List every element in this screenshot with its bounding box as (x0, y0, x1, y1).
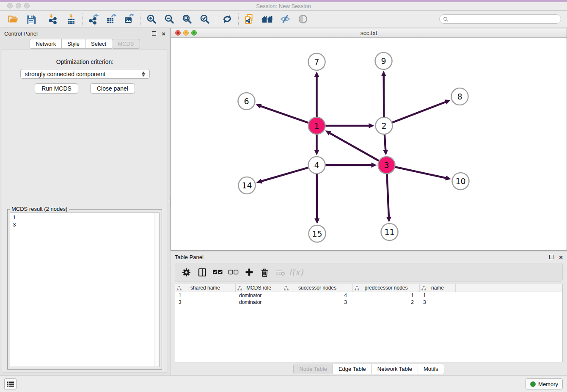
graph-node-11[interactable]: 11 (381, 224, 398, 240)
network-minimize-button[interactable]: − (183, 30, 189, 36)
create-column-button[interactable] (241, 268, 257, 276)
cell-shared-name[interactable]: 1 (175, 293, 236, 298)
graph-edge-4-15[interactable] (317, 173, 317, 219)
column-header-predecessor-nodes[interactable]: predecessor nodes (353, 284, 420, 292)
show-columns-button[interactable] (194, 268, 210, 277)
panel-splitter-handle[interactable] (169, 198, 171, 205)
graph-node-8[interactable]: 8 (451, 88, 468, 105)
tab-edge-table[interactable]: Edge Table (333, 364, 372, 374)
table-panel-title: Table Panel (175, 254, 204, 260)
memory-button[interactable]: Memory (526, 378, 563, 389)
open-session-button[interactable] (4, 11, 22, 27)
cell-name[interactable]: 3 (420, 299, 456, 305)
network-window-titlebar[interactable]: × − + scc.txt (171, 28, 567, 38)
graph-edge-3-11[interactable] (387, 173, 389, 218)
network-close-button[interactable]: × (175, 30, 181, 36)
close-panel-icon[interactable]: × (162, 30, 165, 37)
toolbar-separator (238, 13, 239, 25)
network-maximize-button[interactable]: + (191, 30, 197, 36)
graph-node-14[interactable]: 14 (239, 177, 256, 194)
graph-edge-3-10[interactable] (394, 167, 446, 178)
column-header-successor-nodes[interactable]: successor nodes (282, 284, 353, 292)
graph-edge-3-1[interactable] (329, 133, 380, 161)
graph-node-15[interactable]: 15 (309, 225, 326, 242)
column-header-mcds-role[interactable]: MCDS role (236, 284, 282, 292)
criterion-select[interactable]: strongly connected component (20, 69, 150, 79)
cell-successor-nodes[interactable]: 4 (282, 293, 353, 298)
graph-node-4[interactable]: 4 (308, 157, 325, 174)
deselect-all-button[interactable] (226, 269, 241, 275)
cell-name[interactable]: 1 (420, 293, 456, 298)
import-network-file-button[interactable] (44, 11, 62, 27)
import-table-file-button[interactable] (62, 11, 80, 27)
search-box[interactable] (439, 14, 561, 24)
fit-content-icon (182, 14, 193, 25)
fit-content-button[interactable] (178, 11, 196, 27)
export-table-icon (106, 14, 117, 25)
search-input[interactable] (451, 16, 557, 22)
show-all-button[interactable] (294, 11, 312, 27)
first-neighbors-button[interactable] (259, 11, 276, 27)
float-table-panel-icon[interactable] (549, 255, 553, 259)
function-builder-button[interactable]: f(x) (288, 267, 304, 277)
export-image-button[interactable] (120, 11, 138, 27)
cell-mcds-role[interactable]: dominator (236, 299, 282, 305)
zoom-selected-button[interactable] (196, 11, 214, 27)
task-history-button[interactable] (4, 378, 17, 389)
column-header-name[interactable]: name (420, 284, 456, 292)
tab-node-table[interactable]: Node Table (294, 364, 333, 374)
apply-preferred-layout-button[interactable] (218, 11, 236, 27)
select-all-button[interactable] (210, 269, 226, 275)
tab-style[interactable]: Style (61, 39, 85, 49)
cell-shared-name[interactable]: 3 (175, 299, 236, 305)
mcds-panel: Optimization criterion: strongly connect… (2, 50, 168, 373)
tab-select[interactable]: Select (85, 39, 112, 49)
tab-motifs[interactable]: Motifs (418, 364, 444, 374)
close-panel-button[interactable]: Close panel (90, 83, 135, 94)
tab-mcds[interactable]: MCDS (112, 39, 140, 49)
graph-node-7[interactable]: 7 (308, 53, 325, 70)
tab-network-table[interactable]: Network Table (372, 364, 418, 374)
graph-node-3[interactable]: 3 (378, 157, 395, 174)
tab-network[interactable]: Network (30, 39, 62, 49)
clone-network-button[interactable] (241, 11, 259, 27)
table-row[interactable]: 3dominator323 (175, 299, 562, 306)
export-table-button[interactable] (102, 11, 120, 27)
graph-edge-2-3[interactable] (385, 134, 386, 151)
delete-columns-button[interactable] (257, 268, 272, 277)
graph-edge-1-6[interactable] (260, 106, 309, 123)
column-settings-button[interactable] (179, 268, 194, 277)
mcds-result-title: MCDS result (2 nodes) (10, 206, 69, 212)
save-session-button[interactable] (22, 11, 40, 27)
result-scrollbar[interactable] (154, 213, 159, 367)
attribute-icon (421, 286, 426, 290)
export-network-button[interactable] (85, 11, 102, 27)
houses-icon (261, 14, 274, 24)
graph-edge-4-14[interactable] (261, 167, 309, 181)
float-panel-icon[interactable] (152, 31, 156, 36)
column-header-shared-name[interactable]: shared name (175, 284, 236, 292)
zoom-out-button[interactable] (160, 11, 178, 27)
delete-table-button[interactable] (272, 268, 288, 276)
hide-selected-button[interactable] (276, 11, 294, 27)
graph-node-2[interactable]: 2 (376, 117, 393, 134)
graph-node-9[interactable]: 9 (375, 52, 392, 69)
graph-node-10[interactable]: 10 (452, 173, 469, 190)
graph-node-6[interactable]: 6 (238, 93, 255, 110)
table-row[interactable]: 1dominator411 (175, 292, 562, 299)
run-mcds-button[interactable]: Run MCDS (35, 83, 78, 94)
network-graph[interactable]: 7968124314101511 (171, 38, 567, 250)
zoom-in-button[interactable] (143, 11, 160, 27)
network-canvas[interactable]: 7968124314101511 (171, 38, 567, 250)
graph-edge-2-9[interactable] (384, 75, 384, 118)
graph-node-1[interactable]: 1 (308, 117, 325, 134)
node-table: shared nameMCDS rolesuccessor nodesprede… (175, 284, 563, 362)
cell-predecessor-nodes[interactable]: 2 (353, 299, 420, 305)
graph-edge-2-8[interactable] (391, 102, 446, 123)
cell-successor-nodes[interactable]: 3 (282, 299, 353, 305)
cell-predecessor-nodes[interactable]: 1 (353, 293, 420, 298)
network-traffic-lights: × − + (175, 30, 197, 36)
cell-mcds-role[interactable]: dominator (236, 293, 282, 298)
mcds-result-text[interactable]: 1 3 (10, 213, 154, 367)
close-table-panel-icon[interactable]: × (559, 254, 563, 260)
